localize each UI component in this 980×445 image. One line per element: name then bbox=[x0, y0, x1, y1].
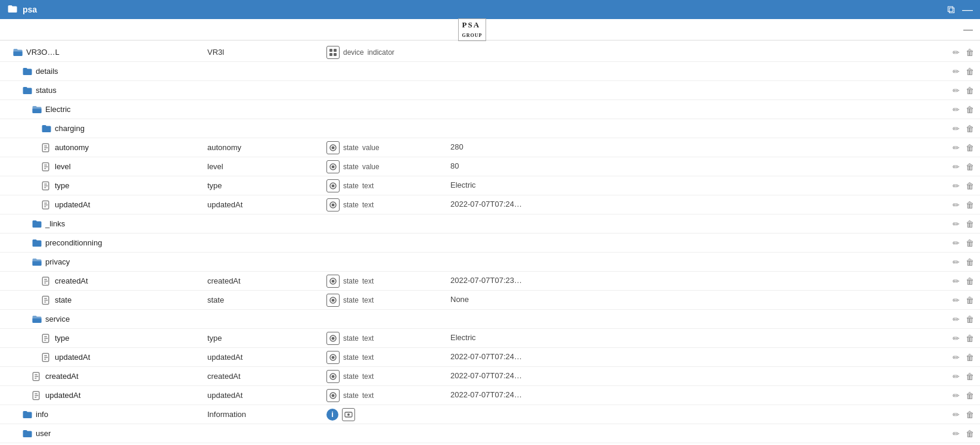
row-actions: ✏ 🗑 bbox=[939, 332, 975, 344]
tree-label[interactable]: updatedAt bbox=[0, 199, 203, 211]
delete-icon[interactable]: 🗑 bbox=[965, 409, 975, 421]
svg-point-21 bbox=[332, 298, 335, 301]
tree-row[interactable]: VR3O…L VR3l deviceindicator ✏ 🗑 bbox=[0, 43, 980, 62]
edit-icon[interactable]: ✏ bbox=[951, 390, 961, 402]
svg-point-6 bbox=[332, 146, 335, 149]
edit-icon[interactable]: ✏ bbox=[951, 313, 961, 325]
edit-icon[interactable]: ✏ bbox=[951, 85, 961, 97]
tree-label[interactable]: type bbox=[0, 180, 203, 192]
edit-icon[interactable]: ✏ bbox=[951, 199, 961, 211]
copy-icon[interactable]: ⧉ bbox=[947, 4, 955, 16]
edit-icon[interactable]: ✏ bbox=[951, 237, 961, 249]
col-value bbox=[441, 410, 939, 419]
tree-label[interactable]: updatedAt bbox=[0, 390, 203, 402]
delete-icon[interactable]: 🗑 bbox=[965, 428, 975, 440]
edit-icon[interactable]: ✏ bbox=[951, 66, 961, 77]
tree-label[interactable]: autonomy bbox=[0, 142, 203, 154]
delete-icon[interactable]: 🗑 bbox=[965, 390, 975, 402]
col-value: None bbox=[441, 295, 939, 306]
tree-row[interactable]: status ✏ 🗑 bbox=[0, 81, 980, 100]
edit-icon[interactable]: ✏ bbox=[951, 294, 961, 306]
delete-icon[interactable]: 🗑 bbox=[965, 180, 975, 192]
delete-icon[interactable]: 🗑 bbox=[965, 218, 975, 230]
delete-icon[interactable]: 🗑 bbox=[965, 199, 975, 211]
delete-icon[interactable]: 🗑 bbox=[965, 332, 975, 344]
tree-item-label: updatedAt bbox=[55, 200, 90, 209]
tree-row[interactable]: details ✏ 🗑 bbox=[0, 62, 980, 81]
tree-row[interactable]: state state statetext None ✏ 🗑 bbox=[0, 291, 980, 310]
delete-icon[interactable]: 🗑 bbox=[965, 161, 975, 173]
tree-row[interactable]: type type statetext Electric ✏ 🗑 bbox=[0, 329, 980, 348]
tree-label[interactable]: state bbox=[0, 294, 203, 306]
edit-icon[interactable]: ✏ bbox=[951, 351, 961, 363]
edit-icon[interactable]: ✏ bbox=[951, 256, 961, 268]
delete-icon[interactable]: 🗑 bbox=[965, 66, 975, 77]
delete-icon[interactable]: 🗑 bbox=[965, 294, 975, 306]
tree-row[interactable]: user ✏ 🗑 bbox=[0, 424, 980, 443]
edit-icon[interactable]: ✏ bbox=[951, 123, 961, 135]
tree-row[interactable]: updatedAt updatedAt statetext 2022-07-07… bbox=[0, 195, 980, 214]
col-value bbox=[441, 315, 939, 323]
delete-icon[interactable]: 🗑 bbox=[965, 351, 975, 363]
tree-row[interactable]: createdAt createdAt statetext 2022-07-07… bbox=[0, 367, 980, 386]
tree-label[interactable]: type bbox=[0, 332, 203, 344]
tree-label[interactable]: _links bbox=[0, 218, 203, 230]
tree-row[interactable]: level level statevalue 80 ✏ 🗑 bbox=[0, 157, 980, 176]
tree-label[interactable]: user bbox=[0, 428, 203, 440]
tree-label[interactable]: Electric bbox=[0, 104, 203, 116]
col-value: 2022-07-07T07:23… bbox=[441, 276, 939, 287]
edit-icon[interactable]: ✏ bbox=[951, 332, 961, 344]
tree-row[interactable]: preconditionning ✏ 🗑 bbox=[0, 234, 980, 253]
tree-row[interactable]: info Information i ✏ 🗑 bbox=[0, 405, 980, 424]
tree-row[interactable]: service ✏ 🗑 bbox=[0, 310, 980, 329]
tree-label[interactable]: privacy bbox=[0, 256, 203, 268]
tree-label[interactable]: charging bbox=[0, 123, 203, 135]
tree-row[interactable]: Electric ✏ 🗑 bbox=[0, 100, 980, 119]
tree-row[interactable]: type type statetext Electric ✏ 🗑 bbox=[0, 176, 980, 195]
state-icon bbox=[326, 275, 340, 288]
edit-icon[interactable]: ✏ bbox=[951, 46, 961, 58]
tree-row[interactable]: updatedAt updatedAt statetext 2022-07-07… bbox=[0, 348, 980, 367]
delete-icon[interactable]: 🗑 bbox=[965, 104, 975, 116]
tree-label[interactable]: status bbox=[0, 85, 203, 97]
tree-row[interactable]: charging ✏ 🗑 bbox=[0, 119, 980, 138]
edit-icon[interactable]: ✏ bbox=[951, 104, 961, 116]
delete-icon[interactable]: 🗑 bbox=[965, 142, 975, 154]
delete-icon[interactable]: 🗑 bbox=[965, 123, 975, 135]
delete-icon[interactable]: 🗑 bbox=[965, 275, 975, 287]
edit-icon[interactable]: ✏ bbox=[951, 142, 961, 154]
tree-label[interactable]: info bbox=[0, 409, 203, 421]
tree-label[interactable]: level bbox=[0, 161, 203, 173]
delete-icon[interactable]: 🗑 bbox=[965, 85, 975, 97]
edit-icon[interactable]: ✏ bbox=[951, 371, 961, 382]
edit-icon[interactable]: ✏ bbox=[951, 180, 961, 192]
tree-row[interactable]: updatedAt updatedAt statetext 2022-07-07… bbox=[0, 386, 980, 405]
col-value: 2022-07-07T07:24… bbox=[441, 200, 939, 210]
tree-label[interactable]: details bbox=[0, 66, 203, 77]
edit-icon[interactable]: ✏ bbox=[951, 218, 961, 230]
edit-icon[interactable]: ✏ bbox=[951, 275, 961, 287]
edit-icon[interactable]: ✏ bbox=[951, 409, 961, 421]
tree-container: VR3O…L VR3l deviceindicator ✏ 🗑 details bbox=[0, 41, 980, 445]
sub-minimize-icon[interactable]: — bbox=[963, 24, 973, 35]
tree-label[interactable]: preconditionning bbox=[0, 237, 203, 249]
tree-label[interactable]: service bbox=[0, 313, 203, 325]
svg-rect-1 bbox=[334, 49, 337, 52]
delete-icon[interactable]: 🗑 bbox=[965, 237, 975, 249]
edit-icon[interactable]: ✏ bbox=[951, 428, 961, 440]
minimize-icon[interactable]: — bbox=[962, 4, 973, 16]
tree-label[interactable]: createdAt bbox=[0, 371, 203, 382]
edit-icon[interactable]: ✏ bbox=[951, 161, 961, 173]
delete-icon[interactable]: 🗑 bbox=[965, 313, 975, 325]
tree-label[interactable]: createdAt bbox=[0, 275, 203, 287]
tree-row[interactable]: _links ✏ 🗑 bbox=[0, 214, 980, 234]
delete-icon[interactable]: 🗑 bbox=[965, 371, 975, 382]
tree-row[interactable]: autonomy autonomy statevalue 280 ✏ 🗑 bbox=[0, 138, 980, 157]
tree-row[interactable]: privacy ✏ 🗑 bbox=[0, 253, 980, 272]
delete-icon[interactable]: 🗑 bbox=[965, 46, 975, 58]
tree-label[interactable]: updatedAt bbox=[0, 351, 203, 363]
tree-row[interactable]: createdAt createdAt statetext 2022-07-07… bbox=[0, 272, 980, 291]
tree-item-label: createdAt bbox=[45, 372, 79, 381]
delete-icon[interactable]: 🗑 bbox=[965, 256, 975, 268]
tree-label[interactable]: VR3O…L bbox=[0, 46, 203, 58]
